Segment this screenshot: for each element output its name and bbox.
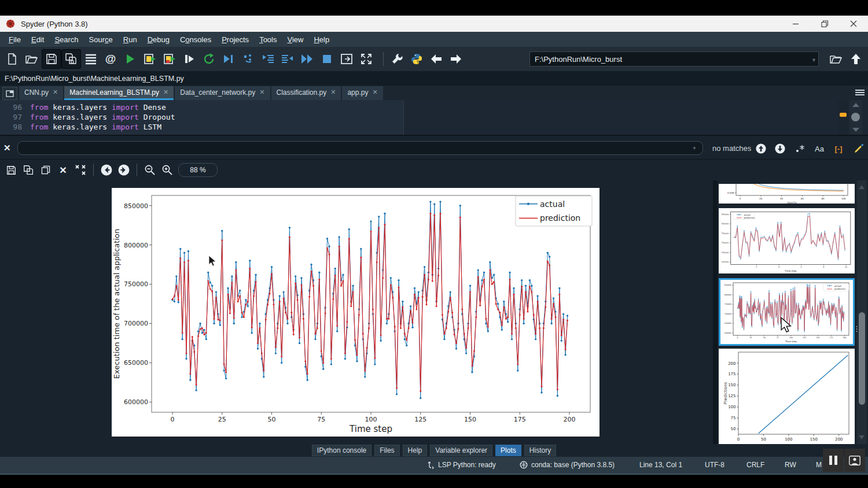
regex-button[interactable]	[793, 142, 807, 156]
tab-close-icon[interactable]: ✕	[259, 88, 264, 96]
parent-directory-button[interactable]	[846, 49, 866, 69]
menu-item-help[interactable]: Help	[308, 33, 334, 46]
special-cell-button[interactable]: @	[101, 49, 120, 69]
code-line-96[interactable]: 96from keras.layers import Dense	[0, 102, 833, 112]
highlight-matches-button[interactable]	[852, 142, 866, 156]
remove-all-plots-button[interactable]	[72, 161, 89, 179]
run-cell-button[interactable]	[140, 49, 160, 69]
scroll-up-icon[interactable]	[859, 185, 865, 189]
new-file-button[interactable]	[2, 49, 22, 69]
pane-tab-help[interactable]: Help	[403, 445, 428, 456]
fullscreen-button[interactable]	[356, 49, 376, 69]
scroll-up-icon[interactable]	[852, 103, 859, 107]
chevron-down-icon[interactable]: ▼	[811, 57, 816, 63]
open-file-button[interactable]	[22, 49, 42, 69]
save-plot-button[interactable]	[2, 161, 20, 179]
thumbnail-loss-plot[interactable]: 0204060801000.008epochs	[719, 184, 855, 204]
previous-match-button[interactable]	[754, 142, 768, 156]
python-env-button[interactable]	[407, 49, 426, 69]
save-all-plots-button[interactable]	[20, 161, 37, 179]
thumbnail-timeseries-plot[interactable]: 2468106000006500007000007500008000008500…	[719, 208, 855, 273]
warning-marker-icon[interactable]	[840, 113, 847, 117]
code-line-98[interactable]: 98from keras.layers import LSTM	[0, 122, 833, 132]
zoom-out-button[interactable]	[141, 161, 159, 179]
scrollbar-thumb[interactable]	[859, 312, 865, 405]
copy-plot-button[interactable]	[37, 161, 54, 179]
scroll-down-icon[interactable]	[852, 128, 859, 132]
zoom-level-indicator[interactable]: 88 %	[178, 163, 218, 177]
find-input[interactable]	[17, 141, 703, 155]
step-return-button[interactable]	[278, 49, 297, 69]
scroll-down-icon[interactable]	[859, 435, 865, 439]
whole-word-button[interactable]: [-]	[832, 142, 845, 156]
recorder-webcam-button[interactable]	[844, 449, 865, 472]
new-window-button[interactable]	[337, 49, 356, 69]
outline-explorer-button[interactable]	[81, 49, 101, 69]
conda-env-status[interactable]: conda: base (Python 3.8.5)	[520, 461, 615, 469]
pane-tab-variable-explorer[interactable]: Variable explorer	[430, 445, 492, 456]
scrollbar-thumb[interactable]	[851, 113, 860, 121]
zoom-in-button[interactable]	[159, 161, 176, 179]
minimize-button[interactable]	[781, 16, 810, 32]
find-close-button[interactable]: ✕	[3, 143, 11, 153]
menu-item-projects[interactable]: Projects	[216, 33, 254, 46]
debug-file-button[interactable]	[238, 49, 258, 69]
editor-tab-MachineLearning_BLSTM.py[interactable]: MachineLearning_BLSTM.py✕	[64, 86, 174, 100]
next-plot-button[interactable]	[115, 161, 133, 179]
previous-plot-button[interactable]	[98, 161, 115, 179]
tab-close-icon[interactable]: ✕	[330, 88, 336, 96]
tab-close-icon[interactable]: ✕	[372, 88, 377, 96]
back-button[interactable]	[426, 49, 446, 69]
find-history-chevron-icon[interactable]: ▼	[692, 146, 697, 151]
tab-close-icon[interactable]: ✕	[163, 88, 168, 96]
close-button[interactable]	[839, 16, 868, 32]
code-editor[interactable]: 96from keras.layers import Dense97from k…	[0, 100, 868, 135]
debug-cell-button[interactable]	[258, 49, 278, 69]
stop-debug-button[interactable]	[317, 49, 337, 69]
continue-execution-button[interactable]	[297, 49, 317, 69]
thumbnail-predictions-plot[interactable]: 0501001502005075100125150175200Predictio…	[719, 349, 855, 444]
remove-plot-button[interactable]: ✕	[54, 161, 72, 179]
pane-divider[interactable]	[713, 180, 718, 444]
editor-tab-CNN.py[interactable]: CNN.py✕	[19, 86, 63, 100]
menu-item-view[interactable]: View	[282, 33, 308, 46]
menu-item-search[interactable]: Search	[49, 33, 83, 46]
tab-close-icon[interactable]: ✕	[53, 88, 58, 96]
working-directory-input[interactable]: F:\PythonRun\Micro_burst ▼	[529, 51, 819, 66]
save-button[interactable]	[42, 49, 61, 69]
run-cell-advance-button[interactable]	[160, 49, 179, 69]
editor-scrollbar[interactable]	[849, 100, 862, 135]
rerun-cell-button[interactable]	[199, 49, 219, 69]
browse-tabs-button[interactable]	[2, 87, 17, 100]
menu-item-edit[interactable]: Edit	[26, 33, 49, 46]
recorder-pause-button[interactable]	[823, 449, 844, 472]
thumbnail-selected-plot[interactable]: 0255075100125150175200600000650000700000…	[719, 278, 855, 346]
save-all-button[interactable]	[61, 49, 81, 69]
preferences-button[interactable]	[387, 49, 407, 69]
menu-item-debug[interactable]: Debug	[142, 33, 175, 46]
editor-tab-app.py[interactable]: app.py✕	[342, 86, 382, 100]
menu-item-consoles[interactable]: Consoles	[175, 33, 216, 46]
case-sensitive-button[interactable]: Aa	[812, 142, 826, 156]
menu-item-file[interactable]: File	[3, 33, 26, 46]
restore-button[interactable]	[810, 16, 839, 32]
next-match-button[interactable]	[773, 142, 787, 156]
menu-item-tools[interactable]: Tools	[254, 33, 282, 46]
run-selection-button[interactable]	[179, 49, 199, 69]
pane-tab-files[interactable]: Files	[374, 445, 399, 456]
menu-item-run[interactable]: Run	[118, 33, 142, 46]
editor-tab-Data_center_network.py[interactable]: Data_center_network.py✕	[175, 86, 270, 100]
code-line-97[interactable]: 97from keras.layers import Dropout	[0, 112, 833, 122]
editor-tab-Classification.py[interactable]: Classification.py✕	[271, 86, 341, 100]
thumbnails-scrollbar[interactable]	[857, 180, 867, 444]
pane-tab-plots[interactable]: Plots	[495, 445, 521, 456]
menu-item-source[interactable]: Source	[84, 33, 118, 46]
forward-button[interactable]	[446, 49, 466, 69]
pane-tab-ipython-console[interactable]: IPython console	[312, 445, 372, 456]
browse-directory-button[interactable]	[826, 49, 846, 69]
pane-tab-history[interactable]: History	[524, 445, 556, 456]
run-file-button[interactable]	[120, 49, 140, 69]
editor-options-menu-button[interactable]	[855, 90, 865, 95]
run-to-line-button[interactable]	[219, 49, 238, 69]
lsp-status[interactable]: LSP Python: ready	[427, 461, 496, 469]
